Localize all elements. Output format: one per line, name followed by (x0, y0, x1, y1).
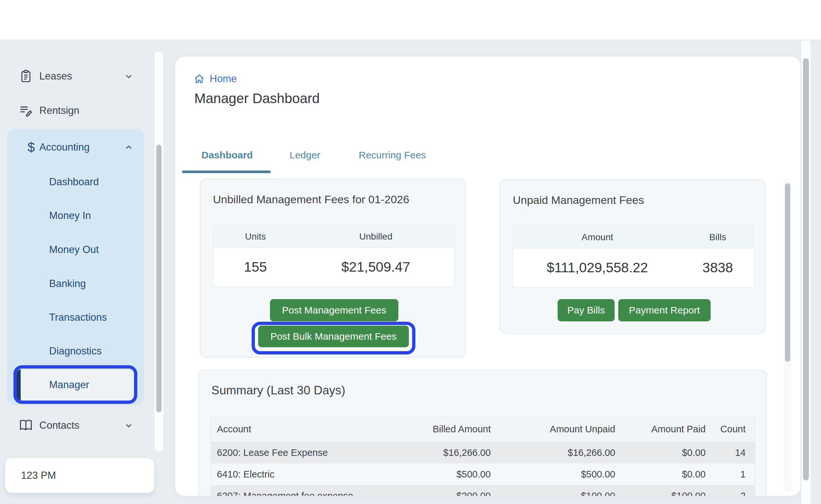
table-row[interactable]: 6200: Lease Fee Expense $16,266.00 $16,2… (211, 442, 755, 463)
home-icon (193, 73, 205, 85)
cell-paid: $0.00 (618, 469, 708, 480)
unbilled-management-fees-card: Unbilled Management Fees for 01-2026 Uni… (200, 179, 466, 358)
column-header-amount: Amount (513, 226, 682, 248)
sidebar-item-diagnostics[interactable]: Diagnostics (49, 344, 101, 358)
summary-card: Summary (Last 30 Days) Account Billed Am… (198, 370, 767, 496)
chevron-up-icon (124, 142, 134, 152)
cell-unpaid: $16,266.00 (493, 447, 618, 458)
sidebar-item-accounting[interactable]: $ Accounting (7, 135, 144, 159)
main-content-panel: Home Manager Dashboard Dashboard Ledger … (175, 57, 800, 496)
breadcrumb[interactable]: Home (193, 73, 237, 85)
card-title: Unpaid Management Fees (513, 194, 644, 207)
sidebar-item-label: Contacts (39, 420, 79, 431)
sidebar-item-money-out[interactable]: Money Out (49, 243, 99, 257)
post-management-fees-button[interactable]: Post Management Fees (270, 299, 398, 321)
card-title: Summary (Last 30 Days) (211, 384, 345, 397)
cell-unpaid: $100.00 (493, 491, 618, 496)
sidebar-item-money-in[interactable]: Money In (49, 209, 91, 223)
column-header-count: Count (708, 424, 754, 435)
cell-billed: $500.00 (388, 469, 493, 480)
summary-table-header: Account Billed Amount Amount Unpaid Amou… (211, 417, 755, 442)
cell-billed: $200.00 (388, 491, 493, 496)
sidebar-item-contacts[interactable]: Contacts (0, 413, 154, 438)
page-title: Manager Dashboard (194, 91, 320, 106)
cell-paid: $0.00 (618, 447, 708, 458)
clock-text: 123 PM (21, 470, 56, 481)
cell-unpaid: $500.00 (493, 469, 618, 480)
table-row[interactable]: 6410: Electric $500.00 $500.00 $0.00 1 (211, 463, 755, 485)
table-row[interactable]: 6207: Management fee expense $200.00 $10… (211, 485, 755, 496)
sidebar-item-label: Leases (39, 70, 72, 82)
amount-value: $111,029,558.22 (513, 248, 682, 287)
column-header-amount-unpaid: Amount Unpaid (493, 424, 618, 435)
sidebar-scrollbar-thumb[interactable] (156, 145, 161, 412)
cell-count: 1 (708, 469, 754, 480)
accounting-section: $ Accounting Dashboard Money In Money Ou… (7, 129, 144, 405)
cell-paid: $100.00 (618, 491, 708, 496)
column-header-amount-paid: Amount Paid (618, 424, 708, 435)
cell-account: 6200: Lease Fee Expense (211, 447, 388, 458)
clock-widget: 123 PM (5, 458, 154, 493)
bills-value: 3838 (682, 248, 754, 287)
content-scrollbar-thumb[interactable] (785, 183, 790, 362)
active-tab-underline (182, 171, 271, 173)
sidebar-item-label: Rentsign (39, 105, 79, 117)
sidebar-item-manager[interactable]: Manager (16, 369, 134, 400)
cell-account: 6207: Management fee expense (211, 491, 388, 496)
clipboard-icon (18, 69, 33, 83)
dollar-icon: $ (27, 140, 35, 155)
sidebar-item-label: Manager (49, 379, 89, 391)
units-value: 155 (213, 248, 298, 286)
column-header-units: Units (213, 225, 298, 247)
column-header-billed-amount: Billed Amount (388, 424, 493, 435)
page-scrollbar-thumb[interactable] (803, 58, 809, 480)
book-icon (18, 418, 33, 433)
cell-count: 2 (708, 491, 754, 496)
post-bulk-management-fees-button[interactable]: Post Bulk Management Fees (258, 326, 409, 347)
breadcrumb-home-link[interactable]: Home (210, 73, 237, 85)
card-title: Unbilled Management Fees for 01-2026 (213, 193, 409, 206)
cell-billed: $16,266.00 (388, 447, 493, 458)
top-bar (0, 0, 821, 40)
unpaid-management-fees-card: Unpaid Management Fees Amount Bills $111… (500, 179, 766, 334)
sidebar-item-leases[interactable]: Leases (0, 64, 154, 88)
summary-table: Account Billed Amount Amount Unpaid Amou… (211, 416, 755, 496)
unpaid-table: Amount Bills $111,029,558.22 3838 (513, 226, 754, 287)
sidebar-item-banking[interactable]: Banking (49, 277, 86, 291)
sidebar-item-label: Accounting (39, 141, 89, 153)
unbilled-table: Units Unbilled 155 $21,509.47 (213, 225, 454, 287)
signature-lines-icon (18, 103, 33, 118)
column-header-account: Account (211, 424, 388, 435)
tab-ledger[interactable]: Ledger (290, 150, 320, 161)
chevron-down-icon (124, 421, 134, 430)
pay-bills-button[interactable]: Pay Bills (557, 299, 614, 321)
tab-recurring-fees[interactable]: Recurring Fees (359, 150, 426, 161)
unbilled-value: $21,509.47 (298, 248, 454, 286)
tab-dashboard[interactable]: Dashboard (201, 150, 253, 161)
payment-report-button[interactable]: Payment Report (618, 299, 711, 321)
sidebar-item-rentsign[interactable]: Rentsign (0, 99, 154, 123)
chevron-down-icon (124, 71, 134, 81)
column-header-unbilled: Unbilled (298, 225, 454, 247)
sidebar-item-accounting-dashboard[interactable]: Dashboard (49, 175, 99, 189)
cell-account: 6410: Electric (211, 469, 388, 480)
sidebar-item-transactions[interactable]: Transactions (49, 311, 107, 324)
column-header-bills: Bills (682, 226, 754, 248)
cell-count: 14 (708, 447, 754, 458)
